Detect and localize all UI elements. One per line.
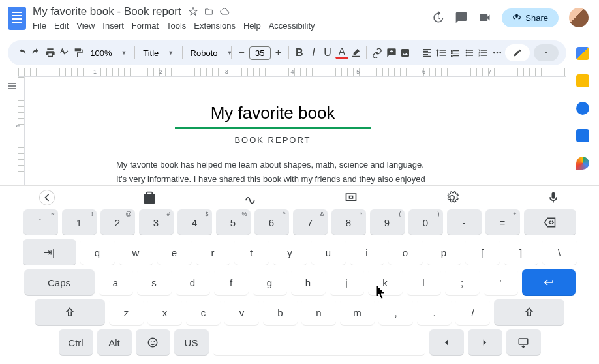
clipboard-icon[interactable] — [143, 191, 156, 204]
key-shift-left[interactable] — [35, 299, 105, 326]
vertical-ruler[interactable]: 1 — [18, 77, 25, 190]
horizontal-ruler[interactable]: 1 2 3 4 5 6 7 — [18, 68, 566, 77]
key-shift-right[interactable] — [494, 299, 564, 326]
menu-extensions[interactable]: Extensions — [194, 21, 236, 31]
avatar[interactable] — [569, 8, 589, 27]
key-3[interactable]: 3# — [139, 209, 174, 235]
document-subheading[interactable]: BOOK REPORT — [116, 135, 429, 145]
move-icon[interactable] — [204, 7, 214, 17]
key-i[interactable]: i — [350, 239, 384, 265]
document-page[interactable]: My favorite book BOOK REPORT My favorite… — [90, 77, 455, 190]
more-button[interactable] — [491, 45, 504, 61]
insert-image-button[interactable] — [399, 45, 412, 61]
key-tab[interactable]: ⇥| — [23, 239, 76, 265]
highlight-button[interactable] — [350, 45, 363, 61]
key-a[interactable]: a — [99, 269, 133, 296]
menu-view[interactable]: View — [76, 21, 95, 31]
star-icon[interactable] — [188, 7, 198, 17]
zoom-dropdown[interactable]: 100%▼ — [86, 47, 131, 59]
key-.[interactable]: . — [417, 299, 452, 326]
key-m[interactable]: m — [340, 299, 375, 326]
key-caps[interactable]: Caps — [24, 269, 95, 296]
key-0[interactable]: 0) — [408, 209, 443, 235]
keyboard-back-button[interactable] — [39, 190, 55, 205]
key-\[interactable]: \ — [542, 239, 577, 265]
docs-logo-icon[interactable] — [8, 7, 26, 30]
key-;[interactable]: ; — [445, 269, 480, 296]
add-comment-button[interactable] — [385, 45, 398, 61]
print-button[interactable] — [44, 45, 57, 61]
key-j[interactable]: j — [330, 269, 364, 296]
bulleted-list-button[interactable] — [463, 45, 476, 61]
key-l[interactable]: l — [407, 269, 441, 296]
menu-file[interactable]: File — [33, 21, 46, 31]
settings-icon[interactable] — [446, 191, 459, 204]
key-alt[interactable]: Alt — [97, 329, 132, 356]
key-space[interactable] — [213, 329, 425, 356]
calendar-addon-icon[interactable] — [576, 47, 589, 60]
key-d[interactable]: d — [176, 269, 210, 296]
menu-tools[interactable]: Tools — [166, 21, 186, 31]
key-language[interactable]: US — [174, 329, 209, 356]
history-icon[interactable] — [431, 11, 444, 24]
editing-mode-button[interactable] — [505, 44, 530, 61]
decrease-font-button[interactable]: − — [235, 45, 248, 61]
checklist-button[interactable] — [448, 45, 461, 61]
key-2[interactable]: 2@ — [100, 209, 135, 235]
keep-addon-icon[interactable] — [576, 74, 589, 87]
key-s[interactable]: s — [137, 269, 172, 296]
document-paragraph-1[interactable]: My favorite book has helped me learn abo… — [116, 158, 429, 172]
key-x[interactable]: x — [147, 299, 182, 326]
key-o[interactable]: o — [388, 239, 423, 265]
align-button[interactable] — [420, 45, 433, 61]
key-g[interactable]: g — [253, 269, 287, 296]
key-v[interactable]: v — [224, 299, 259, 326]
line-spacing-button[interactable] — [435, 45, 448, 61]
document-title[interactable]: My favorite book - Book report — [33, 5, 181, 18]
italic-button[interactable]: I — [307, 45, 320, 61]
key-q[interactable]: q — [80, 239, 115, 265]
key-arrow-right[interactable] — [468, 329, 502, 356]
font-dropdown[interactable]: Roboto▼ — [187, 47, 227, 59]
maps-addon-icon[interactable] — [576, 157, 589, 170]
share-button[interactable]: Share — [502, 8, 559, 27]
key-arrow-left[interactable] — [429, 329, 464, 356]
key-1[interactable]: 1! — [62, 209, 97, 235]
key-7[interactable]: 7& — [293, 209, 328, 235]
text-color-button[interactable]: A — [335, 46, 348, 59]
key-=[interactable]: =+ — [485, 209, 520, 235]
key--[interactable]: -_ — [447, 209, 482, 235]
key-t[interactable]: t — [234, 239, 269, 265]
collapse-button[interactable] — [534, 44, 559, 61]
comment-icon[interactable] — [455, 11, 468, 24]
key-b[interactable]: b — [263, 299, 298, 326]
key-enter[interactable] — [522, 269, 576, 296]
menu-insert[interactable]: Insert — [102, 21, 124, 31]
menu-edit[interactable]: Edit — [54, 21, 69, 31]
font-size-input[interactable]: 35 — [249, 46, 270, 60]
key-n[interactable]: n — [301, 299, 336, 326]
menu-help[interactable]: Help — [243, 21, 261, 31]
handwriting-icon[interactable] — [244, 191, 257, 204]
key-/[interactable]: / — [455, 299, 490, 326]
key-ctrl[interactable]: Ctrl — [59, 329, 93, 356]
key-h[interactable]: h — [291, 269, 326, 296]
key-emoji[interactable] — [136, 329, 170, 356]
key-][interactable]: ] — [504, 239, 538, 265]
key-9[interactable]: 9( — [370, 209, 405, 235]
key-[[interactable]: [ — [465, 239, 500, 265]
key-hide-keyboard[interactable] — [506, 329, 541, 356]
spellcheck-button[interactable] — [58, 45, 71, 61]
cloud-icon[interactable] — [219, 7, 230, 17]
underline-button[interactable]: U — [321, 45, 334, 61]
meet-icon[interactable] — [478, 11, 491, 24]
key-`[interactable]: `~ — [23, 209, 58, 235]
key-,[interactable]: , — [378, 299, 413, 326]
numbered-list-button[interactable] — [477, 45, 490, 61]
redo-button[interactable] — [30, 45, 43, 61]
key-u[interactable]: u — [311, 239, 346, 265]
key-4[interactable]: 4$ — [177, 209, 212, 235]
key-backspace[interactable] — [524, 209, 576, 235]
tasks-addon-icon[interactable] — [576, 102, 589, 115]
floating-keyboard-icon[interactable] — [345, 191, 358, 204]
